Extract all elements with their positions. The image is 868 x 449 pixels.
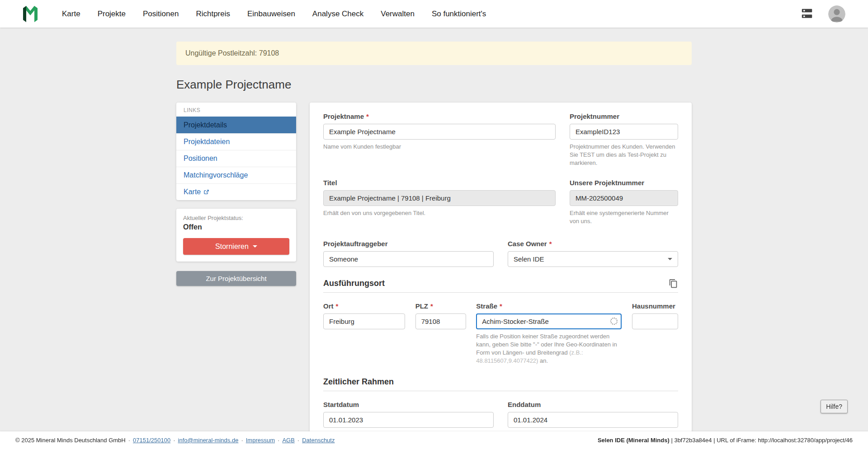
footer-separator: · (241, 437, 243, 444)
strasse-label: Straße * (476, 302, 622, 310)
sidebar-item-label: Projektdateien (184, 138, 230, 146)
case-owner-select[interactable]: Selen IDE (508, 251, 678, 267)
footer-left: © 2025 Mineral Minds Deutschland GmbH · … (15, 437, 335, 444)
field-plz: PLZ * (415, 302, 466, 329)
logo-m-shape (26, 6, 38, 22)
main-menu: Karte Projekte Positionen Richtpreis Ein… (62, 9, 486, 19)
field-ort: Ort * (323, 302, 405, 329)
footer-separator: · (278, 437, 279, 444)
nav-item-richtpreis[interactable]: Richtpreis (196, 9, 230, 19)
unsere-projektnummer-help: Erhält eine systemgenerierte Nummer von … (570, 209, 678, 225)
footer-datenschutz-link[interactable]: Datenschutz (302, 437, 335, 444)
projektname-help: Name vom Kunden festlegbar (323, 143, 556, 151)
field-enddatum: Enddatum (508, 401, 678, 428)
footer-email-link[interactable]: info@mineral-minds.de (178, 437, 239, 444)
required-marker: * (366, 112, 369, 120)
projektnummer-label: Projektnummer (570, 112, 678, 120)
nav-item-so-funktionierts[interactable]: So funktioniert's (432, 9, 486, 19)
nav-item-verwalten[interactable]: Verwalten (381, 9, 415, 19)
projektname-label: Projektname * (323, 112, 556, 120)
plz-label: PLZ * (415, 302, 466, 310)
sidebar-item-projektdateien[interactable]: Projektdateien (176, 133, 296, 150)
projektnummer-input[interactable] (570, 124, 678, 140)
case-owner-label: Case Owner * (508, 240, 678, 248)
page-content: Ungültige Postleitzahl: 79108 Example Pr… (0, 28, 868, 431)
server-icon[interactable] (800, 8, 816, 20)
warning-alert-text: Ungültige Postleitzahl: 79108 (185, 49, 279, 57)
footer-agb-link[interactable]: AGB (282, 437, 294, 444)
copy-icon[interactable] (669, 279, 678, 288)
nav-right-icons (800, 5, 845, 23)
required-marker: * (549, 240, 552, 248)
field-projektnummer: Projektnummer Projektnummer des Kunden. … (570, 112, 678, 167)
footer-phone-link[interactable]: 07151/250100 (133, 437, 170, 444)
section-divider (323, 391, 678, 391)
field-titel: Titel Erhält den von uns vorgegebenen Ti… (323, 179, 556, 217)
sidebar-item-positionen[interactable]: Positionen (176, 150, 296, 167)
sidebar-item-karte[interactable]: Karte (176, 183, 296, 200)
mineral-minds-logo-icon[interactable] (21, 5, 39, 23)
unsere-projektnummer-input (570, 190, 678, 206)
enddatum-label: Enddatum (508, 401, 678, 408)
nav-item-positionen[interactable]: Positionen (143, 9, 179, 19)
external-link-icon (203, 189, 209, 195)
status-value: Offen (183, 223, 289, 231)
field-projektauftraggeber: Projektauftraggeber (323, 240, 494, 267)
field-hausnummer: Hausnummer (632, 302, 678, 329)
hausnummer-input[interactable] (632, 313, 678, 329)
status-card: Aktueller Projektstatus: Offen Storniere… (176, 209, 296, 262)
projektauftraggeber-input[interactable] (323, 251, 494, 267)
nav-item-einbauweisen[interactable]: Einbauweisen (247, 9, 295, 19)
status-label: Aktueller Projektstatus: (183, 215, 289, 221)
strasse-input[interactable] (476, 313, 622, 329)
nav-item-projekte[interactable]: Projekte (98, 9, 126, 19)
stornieren-button[interactable]: Stornieren (183, 238, 289, 255)
case-owner-selected-value: Selen IDE (514, 255, 544, 263)
projektnummer-help: Projektnummer des Kunden. Verwenden Sie … (570, 143, 678, 167)
startdatum-input[interactable] (323, 412, 494, 428)
page-title: Example Projectname (176, 78, 692, 92)
plz-input[interactable] (415, 313, 466, 329)
hilfe-button[interactable]: Hilfe? (821, 400, 848, 413)
enddatum-input[interactable] (508, 412, 678, 428)
sidebar-item-label: Karte (184, 188, 201, 196)
sidebar-item-label: Projektdetails (184, 121, 227, 129)
project-sidebar: LINKS Projektdetails Projektdateien Posi… (176, 103, 296, 286)
footer-session-info: Selen IDE (Mineral Minds) | 3bf72b3a84e4… (598, 437, 853, 444)
required-marker: * (500, 302, 502, 310)
projektauftraggeber-label: Projektauftraggeber (323, 240, 494, 248)
links-card-header: LINKS (176, 103, 296, 117)
field-case-owner: Case Owner * Selen IDE (508, 240, 678, 267)
ort-input[interactable] (323, 313, 405, 329)
footer-impressum-link[interactable]: Impressum (246, 437, 275, 444)
startdatum-label: Startdatum (323, 401, 494, 408)
required-marker: * (336, 302, 339, 310)
footer-separator: · (173, 437, 175, 444)
sidebar-item-matchingvorschlaege[interactable]: Matchingvorschläge (176, 167, 296, 183)
unsere-projektnummer-label: Unsere Projektnummer (570, 179, 678, 187)
footer-separator: · (297, 437, 299, 444)
field-startdatum: Startdatum (323, 401, 494, 428)
ort-label: Ort * (323, 302, 405, 310)
nav-item-analyse-check[interactable]: Analyse Check (312, 9, 363, 19)
footer: © 2025 Mineral Minds Deutschland GmbH · … (0, 431, 868, 449)
titel-help: Erhält den von uns vorgegebenen Titel. (323, 209, 556, 217)
section-title-ausfuehrungsort: Ausführungsort (323, 279, 385, 288)
titel-label: Titel (323, 179, 556, 187)
titel-input (323, 190, 556, 206)
user-avatar-icon[interactable] (828, 5, 845, 23)
section-title-zeitlicher-rahmen: Zeitlicher Rahmen (323, 377, 394, 387)
footer-user: Selen IDE (Mineral Minds) (598, 437, 670, 444)
links-card: LINKS Projektdetails Projektdateien Posi… (176, 103, 296, 200)
footer-copyright: © 2025 Mineral Minds Deutschland GmbH (15, 437, 126, 444)
projektuebersicht-button[interactable]: Zur Projektübersicht (176, 271, 296, 286)
sidebar-item-projektdetails[interactable]: Projektdetails (176, 117, 296, 133)
nav-item-karte[interactable]: Karte (62, 9, 80, 19)
caret-down-icon (253, 245, 257, 248)
projektname-input[interactable] (323, 124, 556, 140)
project-form-card: Projektname * Name vom Kunden festlegbar… (310, 103, 692, 431)
sidebar-item-label: Matchingvorschläge (184, 171, 248, 179)
footer-separator: · (128, 437, 130, 444)
top-nav: Karte Projekte Positionen Richtpreis Ein… (0, 0, 868, 28)
section-divider (323, 292, 678, 293)
